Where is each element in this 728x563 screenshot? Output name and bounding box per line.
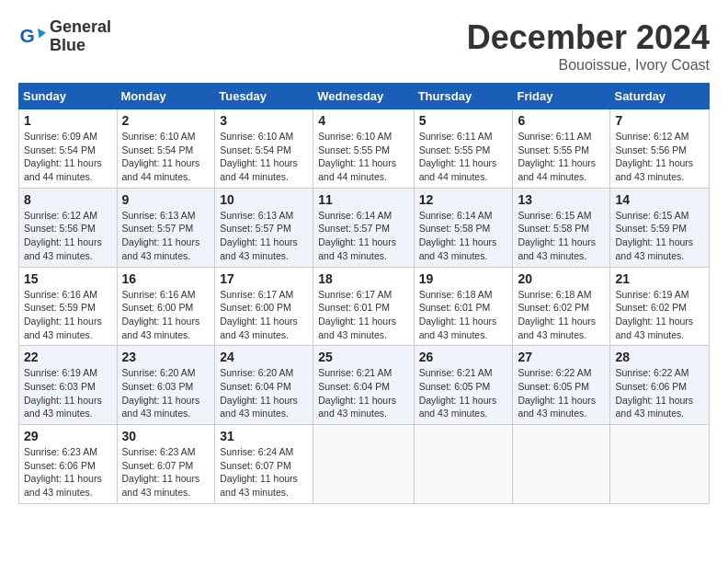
weekday-header: Monday (117, 84, 215, 109)
calendar-cell: 30Sunrise: 6:23 AMSunset: 6:07 PMDayligh… (117, 425, 215, 504)
day-info: Sunrise: 6:20 AMSunset: 6:04 PMDaylight:… (220, 366, 308, 420)
day-info: Sunrise: 6:22 AMSunset: 6:06 PMDaylight:… (615, 366, 704, 420)
day-info: Sunrise: 6:10 AMSunset: 5:54 PMDaylight:… (122, 130, 210, 184)
calendar-cell: 15Sunrise: 6:16 AMSunset: 5:59 PMDayligh… (19, 267, 118, 346)
calendar-cell: 23Sunrise: 6:20 AMSunset: 6:03 PMDayligh… (117, 346, 215, 425)
calendar-cell: 13Sunrise: 6:15 AMSunset: 5:58 PMDayligh… (513, 188, 610, 267)
calendar-cell: 12Sunrise: 6:14 AMSunset: 5:58 PMDayligh… (414, 188, 513, 267)
day-info: Sunrise: 6:21 AMSunset: 6:04 PMDaylight:… (318, 366, 408, 420)
day-number: 29 (24, 429, 112, 443)
day-info: Sunrise: 6:18 AMSunset: 6:01 PMDaylight:… (419, 288, 508, 342)
calendar-cell: 11Sunrise: 6:14 AMSunset: 5:57 PMDayligh… (313, 188, 414, 267)
day-number: 8 (24, 192, 112, 207)
weekday-header: Thursday (414, 84, 513, 109)
calendar-body: 1Sunrise: 6:09 AMSunset: 5:54 PMDaylight… (19, 109, 710, 504)
day-info: Sunrise: 6:11 AMSunset: 5:55 PMDaylight:… (518, 130, 605, 184)
day-number: 4 (318, 113, 408, 128)
day-info: Sunrise: 6:23 AMSunset: 6:06 PMDaylight:… (24, 445, 112, 500)
day-number: 11 (318, 192, 408, 207)
day-number: 10 (220, 192, 308, 207)
calendar-cell: 2Sunrise: 6:10 AMSunset: 5:54 PMDaylight… (117, 109, 215, 189)
day-info: Sunrise: 6:17 AMSunset: 6:01 PMDaylight:… (318, 288, 408, 342)
day-info: Sunrise: 6:21 AMSunset: 6:05 PMDaylight:… (419, 366, 508, 420)
day-info: Sunrise: 6:11 AMSunset: 5:55 PMDaylight:… (419, 130, 508, 184)
day-number: 15 (24, 271, 112, 286)
day-info: Sunrise: 6:23 AMSunset: 6:07 PMDaylight:… (122, 445, 210, 500)
day-info: Sunrise: 6:13 AMSunset: 5:57 PMDaylight:… (122, 209, 210, 263)
day-number: 21 (615, 271, 704, 286)
calendar-cell: 27Sunrise: 6:22 AMSunset: 6:05 PMDayligh… (513, 346, 610, 425)
day-info: Sunrise: 6:19 AMSunset: 6:02 PMDaylight:… (615, 288, 704, 342)
calendar-cell: 18Sunrise: 6:17 AMSunset: 6:01 PMDayligh… (313, 267, 414, 346)
day-info: Sunrise: 6:10 AMSunset: 5:55 PMDaylight:… (318, 130, 408, 184)
svg-marker-1 (38, 29, 46, 39)
day-number: 20 (518, 271, 605, 286)
calendar-week-row: 29Sunrise: 6:23 AMSunset: 6:06 PMDayligh… (19, 425, 710, 504)
day-info: Sunrise: 6:20 AMSunset: 6:03 PMDaylight:… (122, 366, 210, 420)
calendar-cell: 21Sunrise: 6:19 AMSunset: 6:02 PMDayligh… (610, 267, 710, 346)
calendar-cell: 16Sunrise: 6:16 AMSunset: 6:00 PMDayligh… (117, 267, 215, 346)
day-info: Sunrise: 6:14 AMSunset: 5:58 PMDaylight:… (419, 209, 508, 263)
day-info: Sunrise: 6:24 AMSunset: 6:07 PMDaylight:… (220, 445, 308, 500)
weekday-row: SundayMondayTuesdayWednesdayThursdayFrid… (19, 84, 710, 109)
calendar-cell: 3Sunrise: 6:10 AMSunset: 5:54 PMDaylight… (215, 109, 313, 189)
calendar-cell (414, 425, 513, 504)
day-info: Sunrise: 6:17 AMSunset: 6:00 PMDaylight:… (220, 288, 308, 342)
logo-icon: G (18, 23, 46, 51)
day-number: 27 (518, 350, 605, 364)
day-number: 24 (220, 350, 308, 364)
calendar-header: SundayMondayTuesdayWednesdayThursdayFrid… (19, 84, 710, 109)
calendar-cell (610, 425, 710, 504)
calendar-cell: 1Sunrise: 6:09 AMSunset: 5:54 PMDaylight… (19, 109, 118, 189)
calendar-cell: 31Sunrise: 6:24 AMSunset: 6:07 PMDayligh… (215, 425, 313, 504)
calendar-week-row: 8Sunrise: 6:12 AMSunset: 5:56 PMDaylight… (19, 188, 710, 267)
month-title: December 2024 (467, 18, 710, 57)
day-info: Sunrise: 6:13 AMSunset: 5:57 PMDaylight:… (220, 209, 308, 263)
weekday-header: Friday (513, 84, 610, 109)
calendar-week-row: 22Sunrise: 6:19 AMSunset: 6:03 PMDayligh… (19, 346, 710, 425)
day-number: 26 (419, 350, 508, 364)
day-number: 31 (220, 429, 308, 443)
day-number: 9 (122, 192, 210, 207)
day-number: 30 (122, 429, 210, 443)
day-number: 7 (615, 113, 704, 128)
day-number: 13 (518, 192, 605, 207)
logo-line2: Blue (50, 37, 111, 55)
day-number: 19 (419, 271, 508, 286)
calendar-week-row: 15Sunrise: 6:16 AMSunset: 5:59 PMDayligh… (19, 267, 710, 346)
day-number: 1 (24, 113, 112, 128)
calendar-cell: 29Sunrise: 6:23 AMSunset: 6:06 PMDayligh… (19, 425, 118, 504)
day-info: Sunrise: 6:15 AMSunset: 5:58 PMDaylight:… (518, 209, 605, 263)
calendar-cell: 10Sunrise: 6:13 AMSunset: 5:57 PMDayligh… (215, 188, 313, 267)
weekday-header: Sunday (19, 84, 118, 109)
day-number: 22 (24, 350, 112, 364)
calendar-table: SundayMondayTuesdayWednesdayThursdayFrid… (18, 83, 710, 504)
day-info: Sunrise: 6:14 AMSunset: 5:57 PMDaylight:… (318, 209, 408, 263)
day-number: 28 (615, 350, 704, 364)
logo-text: General Blue (50, 18, 111, 55)
logo: G General Blue (18, 18, 111, 55)
day-info: Sunrise: 6:16 AMSunset: 5:59 PMDaylight:… (24, 288, 112, 342)
day-number: 6 (518, 113, 605, 128)
day-number: 2 (122, 113, 210, 128)
page-header: G General Blue December 2024 Bouoissue, … (18, 18, 710, 74)
svg-text:G: G (20, 25, 35, 46)
day-number: 16 (122, 271, 210, 286)
calendar-cell: 7Sunrise: 6:12 AMSunset: 5:56 PMDaylight… (610, 109, 710, 189)
calendar-week-row: 1Sunrise: 6:09 AMSunset: 5:54 PMDaylight… (19, 109, 710, 189)
calendar-cell (513, 425, 610, 504)
weekday-header: Wednesday (313, 84, 414, 109)
calendar-cell: 26Sunrise: 6:21 AMSunset: 6:05 PMDayligh… (414, 346, 513, 425)
calendar-cell: 24Sunrise: 6:20 AMSunset: 6:04 PMDayligh… (215, 346, 313, 425)
day-number: 23 (122, 350, 210, 364)
calendar-cell (313, 425, 414, 504)
calendar-cell: 19Sunrise: 6:18 AMSunset: 6:01 PMDayligh… (414, 267, 513, 346)
day-number: 25 (318, 350, 408, 364)
day-number: 12 (419, 192, 508, 207)
day-info: Sunrise: 6:12 AMSunset: 5:56 PMDaylight:… (615, 130, 704, 184)
calendar-cell: 25Sunrise: 6:21 AMSunset: 6:04 PMDayligh… (313, 346, 414, 425)
calendar-cell: 22Sunrise: 6:19 AMSunset: 6:03 PMDayligh… (19, 346, 118, 425)
title-block: December 2024 Bouoissue, Ivory Coast (467, 18, 710, 74)
day-number: 3 (220, 113, 308, 128)
calendar-cell: 8Sunrise: 6:12 AMSunset: 5:56 PMDaylight… (19, 188, 118, 267)
